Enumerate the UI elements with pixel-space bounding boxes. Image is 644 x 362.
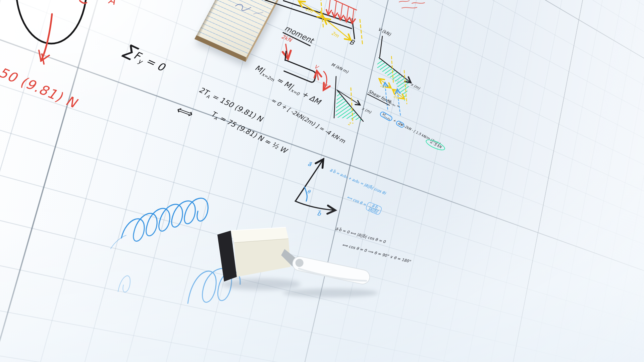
tools-layer (0, 0, 644, 362)
whiteboard-stage: A 150 (9.81) N ΣFy = 0 ⟺ 2TA = 150 (9.81… (0, 0, 644, 362)
marker-tool[interactable] (279, 249, 378, 297)
